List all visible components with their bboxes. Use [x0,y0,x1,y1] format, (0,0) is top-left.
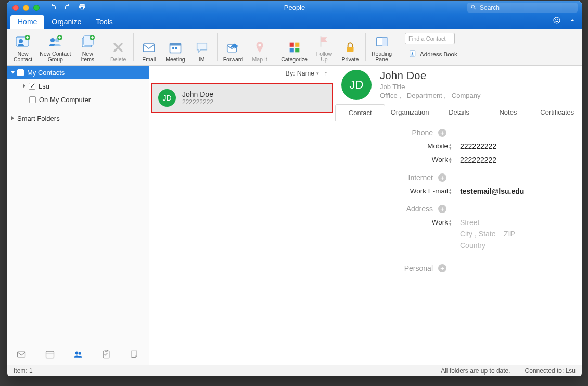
contact-list: By: Name ▾ ↑ JD John Doe 222222222 [149,66,335,365]
new-items-button[interactable]: New Items [75,30,100,64]
phone-work-value[interactable]: 222222222 [460,156,496,164]
chevron-down-icon: ▾ [316,71,319,76]
sort-prefix: By: [286,70,295,77]
tab-tools[interactable]: Tools [88,15,120,29]
address-book-button[interactable]: Address Book [405,47,461,61]
list-sort-control[interactable]: By: Name ▾ ↑ [149,66,335,81]
redo-icon[interactable] [63,3,72,13]
categorize-icon [285,38,304,57]
detail-tab-contact[interactable]: Contact [335,104,385,121]
categorize-button[interactable]: Categorize [278,30,311,64]
checkbox[interactable] [29,83,35,90]
mail-nav-icon[interactable] [16,349,27,359]
reading-pane-button[interactable]: Reading Pane [368,30,395,64]
stepper-icon[interactable]: ▴▾ [449,219,452,226]
disclosure-triangle-icon[interactable] [11,71,15,74]
disclosure-triangle-icon[interactable] [11,116,14,120]
zoom-window-button[interactable] [33,5,40,11]
svg-point-6 [50,38,55,42]
find-contact-input[interactable] [405,33,455,44]
collapse-ribbon-icon[interactable] [568,16,577,27]
new-contact-group-button[interactable]: New Contact Group [36,30,74,64]
search-input[interactable] [480,4,574,11]
address-city[interactable]: City [460,230,472,238]
add-phone-button[interactable]: + [438,129,446,137]
address-work-label[interactable]: Work [432,218,448,226]
forward-button[interactable]: Forward [220,30,247,64]
address-state[interactable]: State [479,230,496,238]
phone-work-label[interactable]: Work [432,156,448,164]
svg-point-0 [554,17,560,23]
status-bar: Item: 1 All folders are up to date. Conn… [7,365,582,376]
tab-organize[interactable]: Organize [44,15,88,29]
sidebar-item-my-contacts[interactable]: My Contacts [7,66,149,79]
status-folders: All folders are up to date. [441,367,510,375]
address-zip[interactable]: ZIP [504,230,515,238]
stepper-icon[interactable]: ▴▾ [449,143,452,150]
phone-mobile-label[interactable]: Mobile [427,142,448,150]
map-pin-icon [250,38,269,57]
email-icon [139,38,158,57]
detail-job-title[interactable]: Job Title [380,83,480,91]
svg-rect-25 [382,38,387,46]
sidebar-item-lsu[interactable]: Lsu [7,79,149,93]
people-nav-icon[interactable] [73,349,83,359]
add-address-button[interactable]: + [438,205,446,213]
calendar-nav-icon[interactable] [45,349,55,359]
work-email-value[interactable]: testemail@lsu.edu [460,187,524,195]
print-icon[interactable] [78,3,86,13]
contact-list-row[interactable]: JD John Doe 222222222 [151,83,333,113]
search-icon [470,3,480,13]
address-street[interactable]: Street [460,218,515,227]
new-contact-group-icon [46,32,65,51]
sidebar-item-on-my-computer[interactable]: On My Computer [7,93,149,106]
detail-company[interactable]: Company [452,92,481,99]
search-box[interactable] [467,3,578,13]
sidebar-item-label: Lsu [39,82,49,90]
checkbox[interactable] [17,69,24,76]
detail-office[interactable]: Office [380,92,398,99]
svg-point-27 [412,52,413,54]
map-it-button[interactable]: Map It [247,30,272,64]
disclosure-triangle-icon[interactable] [23,84,25,88]
tab-home[interactable]: Home [10,15,44,29]
address-country[interactable]: Country [460,241,515,250]
meeting-button[interactable]: Meeting [162,30,188,64]
detail-tab-certificates[interactable]: Certificates [533,104,582,121]
new-contact-button[interactable]: New Contact [10,30,35,64]
stepper-icon[interactable]: ▴▾ [449,188,452,194]
stepper-icon[interactable]: ▴▾ [449,157,452,163]
detail-org-line: Office , Department , Company [380,92,480,99]
follow-up-button[interactable]: Follow Up [312,30,337,64]
detail-avatar: JD [341,70,372,100]
detail-tab-notes[interactable]: Notes [483,104,532,121]
forward-icon [224,38,242,57]
email-button[interactable]: Email [136,30,161,64]
tasks-nav-icon[interactable] [101,349,111,359]
detail-tab-details[interactable]: Details [434,104,483,121]
detail-department[interactable]: Department [407,92,442,99]
im-button[interactable]: IM [189,30,214,64]
detail-tab-organization[interactable]: Organization [385,104,434,121]
sidebar-item-smart-folders[interactable]: Smart Folders [7,111,149,125]
meeting-icon [166,38,185,57]
notes-nav-icon[interactable] [130,349,140,359]
contact-row-subtitle: 222222222 [182,98,213,106]
add-internet-button[interactable]: + [438,173,446,182]
close-window-button[interactable] [12,5,19,11]
section-personal-label: Personal [404,264,433,272]
delete-button[interactable]: Delete [106,30,131,64]
sort-ascending-icon[interactable]: ↑ [324,70,327,77]
phone-mobile-value[interactable]: 222222222 [460,142,496,151]
detail-name[interactable]: John Doe [380,70,480,82]
undo-icon[interactable] [49,3,57,13]
add-personal-button[interactable]: + [438,264,446,272]
work-email-label[interactable]: Work E-mail [410,187,448,195]
minimize-window-button[interactable] [23,5,29,11]
private-button[interactable]: Private [338,30,363,64]
detail-tabs: Contact Organization Details Notes Certi… [335,104,582,121]
reading-pane-icon [373,32,391,51]
feedback-icon[interactable] [553,16,561,27]
checkbox[interactable] [29,96,36,103]
address-book-label: Address Book [420,51,457,57]
